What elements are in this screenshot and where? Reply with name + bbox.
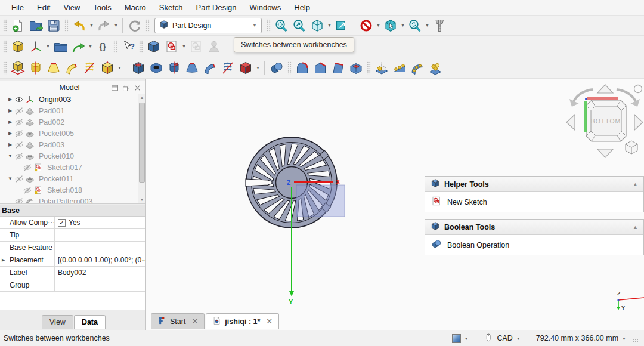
tree-item-sketch018[interactable]: Sketch018 xyxy=(0,184,138,196)
visibility-hidden-eye-icon[interactable] xyxy=(23,163,33,172)
property-value[interactable] xyxy=(55,279,145,291)
resize-grip[interactable] xyxy=(632,338,638,344)
additive-box-dropdown-arrow[interactable]: ▼ xyxy=(116,60,123,76)
visibility-hidden-eye-icon[interactable] xyxy=(14,106,25,116)
collapse-arrow-icon[interactable]: ▲ xyxy=(633,181,638,187)
menu-edit[interactable]: Edit xyxy=(30,1,57,14)
visibility-hidden-eye-icon[interactable] xyxy=(14,174,25,184)
undo-button[interactable] xyxy=(71,17,88,34)
document-tab-start[interactable]: Start✕ xyxy=(151,313,205,329)
impeller-model[interactable]: Z X Y xyxy=(230,121,361,305)
additive-pipe-button[interactable] xyxy=(63,60,80,76)
tree-item-pocket011[interactable]: ▼Pocket011 xyxy=(0,173,138,184)
close-icon[interactable]: ✕ xyxy=(191,317,198,326)
shapebinder-button[interactable] xyxy=(10,38,26,55)
fit-all-button[interactable] xyxy=(273,17,290,34)
clipping-dropdown-arrow[interactable]: ▼ xyxy=(375,17,382,34)
tree-item-polarpattern003[interactable]: PolarPattern003 xyxy=(0,196,138,203)
property-value[interactable] xyxy=(55,229,145,241)
tree-item-pad002[interactable]: ▶Pad002 xyxy=(0,116,138,128)
subtractive-loft-button[interactable] xyxy=(184,60,200,76)
tree-item-origin003[interactable]: ▶Origin003 xyxy=(0,94,138,105)
scrollbar-thumb[interactable] xyxy=(139,103,145,183)
menu-tools[interactable]: Tools xyxy=(86,1,117,14)
axonometric-dropdown-arrow[interactable]: ▼ xyxy=(326,17,333,34)
scroll-down-arrow[interactable]: ▼ xyxy=(138,196,145,203)
visibility-eye-icon[interactable] xyxy=(14,95,25,104)
render-style-selector[interactable]: ▼ xyxy=(452,334,469,343)
cube-menu-circle[interactable] xyxy=(634,85,642,93)
mirrored-button[interactable] xyxy=(373,60,390,76)
pocket-button[interactable] xyxy=(130,60,147,76)
toolbar-grip[interactable] xyxy=(267,19,271,32)
zoom-dropdown-arrow[interactable]: ▼ xyxy=(424,17,431,34)
workbench-selector[interactable]: Part Design▼ xyxy=(154,18,262,33)
toolbar-grip[interactable] xyxy=(3,61,7,75)
chamfer-button[interactable] xyxy=(312,60,329,76)
menu-part-design[interactable]: Part Design xyxy=(190,1,243,14)
save-file-button[interactable] xyxy=(45,17,62,34)
clipping-button[interactable] xyxy=(358,17,374,34)
navigation-cube[interactable]: BOTTOM xyxy=(565,84,644,162)
tree-item-pad003[interactable]: ▶Pad003 xyxy=(0,139,138,150)
tab-view[interactable]: View xyxy=(42,315,73,329)
toolbar-grip[interactable] xyxy=(145,19,150,32)
toolbar-grip[interactable] xyxy=(287,61,292,75)
open-file-button[interactable] xyxy=(27,17,44,34)
menu-sketch[interactable]: Sketch xyxy=(153,1,190,14)
cube-left-arrow[interactable] xyxy=(566,115,575,130)
collapse-arrow-icon[interactable]: ▲ xyxy=(633,224,638,230)
property-value[interactable]: ✓Yes xyxy=(55,217,145,228)
tree-expander-icon[interactable]: ▶ xyxy=(6,97,14,102)
property-row-group[interactable]: Group xyxy=(0,279,145,292)
tree-expander-icon[interactable]: ▼ xyxy=(6,176,14,181)
datum-dropdown-arrow[interactable]: ▼ xyxy=(45,38,51,55)
property-row-label[interactable]: LabelBody002 xyxy=(0,267,145,279)
refresh-button[interactable] xyxy=(126,17,143,34)
expander-icon[interactable]: ▶ xyxy=(2,258,5,262)
task-item-boolean-operation[interactable]: Boolean Operation xyxy=(425,235,643,255)
property-value[interactable]: Body002 xyxy=(55,267,145,279)
navigation-style-selector[interactable]: CAD ▼ xyxy=(484,333,520,344)
cube-right-arrow[interactable] xyxy=(634,115,643,130)
pad-button[interactable] xyxy=(10,60,26,76)
tree-item-pad001[interactable]: ▶Pad001 xyxy=(0,105,138,116)
visibility-hidden-eye-icon[interactable] xyxy=(14,140,25,150)
box-selection-button[interactable] xyxy=(333,17,350,34)
property-row-tip[interactable]: Tip xyxy=(0,229,145,242)
dock-panel-icon[interactable] xyxy=(109,83,120,93)
group-button[interactable] xyxy=(52,38,69,55)
link-button[interactable] xyxy=(70,38,86,55)
property-row-base-feature[interactable]: Base Feature xyxy=(0,242,145,254)
toolbar-grip[interactable] xyxy=(139,40,143,53)
menu-file[interactable]: File xyxy=(5,1,30,14)
task-item-new-sketch[interactable]: New Sketch xyxy=(425,192,643,212)
tree-expander-icon[interactable]: ▶ xyxy=(6,119,14,125)
additive-loft-button[interactable] xyxy=(45,60,62,76)
visibility-hidden-eye-icon[interactable] xyxy=(14,129,25,138)
create-sketch-dropdown-arrow[interactable]: ▼ xyxy=(181,38,187,55)
link-dropdown-arrow[interactable]: ▼ xyxy=(87,38,94,55)
subtractive-box-dropdown-arrow[interactable]: ▼ xyxy=(255,60,261,76)
hole-button[interactable] xyxy=(148,60,165,76)
menu-view[interactable]: View xyxy=(57,1,86,14)
zoom-button[interactable] xyxy=(407,17,423,34)
toolbar-grip[interactable] xyxy=(3,40,7,53)
create-sketch-button[interactable] xyxy=(163,38,180,55)
groove-button[interactable] xyxy=(166,60,182,76)
dimension-indicator[interactable]: 792.40 mm x 366.00 mm ▼ xyxy=(536,334,626,342)
tree-expander-icon[interactable]: ▶ xyxy=(6,142,14,147)
visibility-hidden-eye-icon[interactable] xyxy=(14,197,25,204)
task-panel-header[interactable]: Helper Tools▲ xyxy=(425,177,643,192)
multitransform-button[interactable] xyxy=(427,60,444,76)
toolbar-grip[interactable] xyxy=(3,19,7,32)
menu-windows[interactable]: Windows xyxy=(243,1,288,14)
3d-viewport[interactable]: Z X Y BOTTOM xyxy=(146,79,644,330)
document-tab-jishiqi-1-[interactable]: jishiqi : 1*✕ xyxy=(206,313,279,329)
property-value[interactable] xyxy=(55,242,145,254)
undo-dropdown-arrow[interactable]: ▼ xyxy=(88,17,95,34)
tree-scrollbar[interactable]: ▲ ▼ xyxy=(138,94,145,203)
visibility-hidden-eye-icon[interactable] xyxy=(14,118,25,127)
whats-this-button[interactable]: ? xyxy=(120,38,137,55)
additive-helix-button[interactable] xyxy=(81,60,98,76)
